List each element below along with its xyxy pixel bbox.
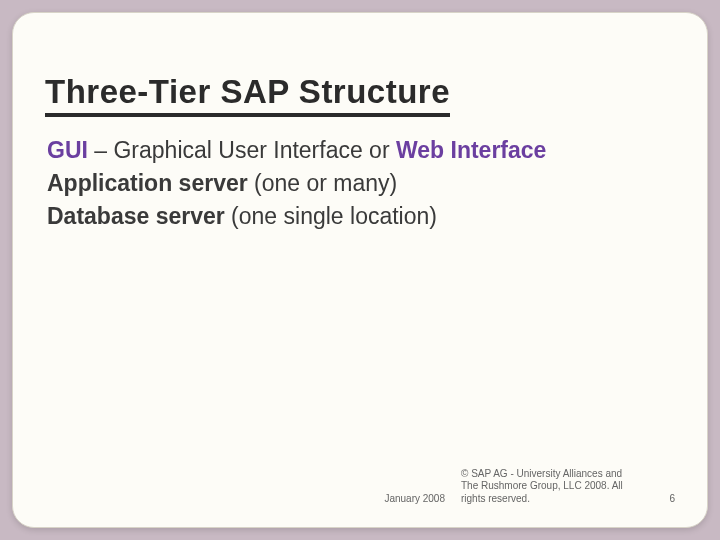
- slide-body: GUI – Graphical User Interface or Web In…: [45, 135, 675, 232]
- footer-copyright: © SAP AG - University Alliances and The …: [461, 468, 631, 506]
- term-web-interface: Web Interface: [396, 137, 546, 163]
- term-application-server: Application server: [47, 170, 248, 196]
- bullet-text: Database server (one single location): [47, 201, 675, 232]
- text-segment: (one single location): [225, 203, 437, 229]
- text-segment: – Graphical User Interface or: [88, 137, 396, 163]
- slide-panel: Three-Tier SAP Structure GUI – Graphical…: [12, 12, 708, 528]
- bullet-item: Database server (one single location): [45, 201, 675, 232]
- bullet-text: GUI – Graphical User Interface or Web In…: [47, 135, 675, 166]
- slide-footer: January 2008 © SAP AG - University Allia…: [45, 468, 675, 506]
- text-segment: (one or many): [248, 170, 398, 196]
- term-gui: GUI: [47, 137, 88, 163]
- term-database-server: Database server: [47, 203, 225, 229]
- bullet-text: Application server (one or many): [47, 168, 675, 199]
- bullet-item: GUI – Graphical User Interface or Web In…: [45, 135, 675, 166]
- footer-page-number: 6: [661, 493, 675, 506]
- slide-background: Three-Tier SAP Structure GUI – Graphical…: [0, 0, 720, 540]
- slide-title: Three-Tier SAP Structure: [45, 73, 450, 117]
- footer-date: January 2008: [384, 493, 445, 506]
- bullet-item: Application server (one or many): [45, 168, 675, 199]
